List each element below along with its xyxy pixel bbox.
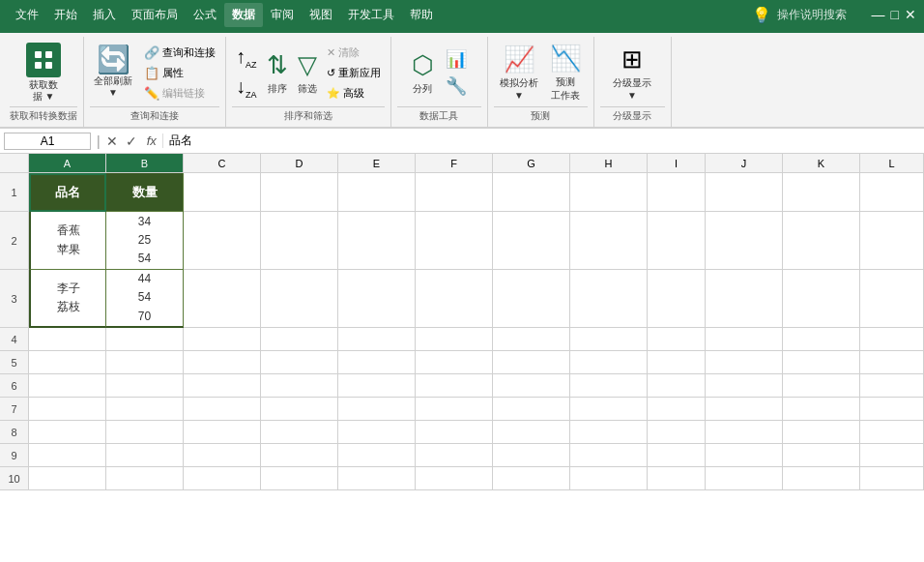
cell-I5[interactable] [648,351,706,374]
col-header-i[interactable]: I [648,154,706,173]
cell-I7[interactable] [648,398,706,421]
cell-e2[interactable] [338,212,416,270]
cell-D4[interactable] [261,328,338,351]
cell-B8[interactable] [106,421,184,444]
cell-C7[interactable] [184,398,261,421]
menu-file[interactable]: 文件 [8,3,46,27]
cell-H7[interactable] [570,398,648,421]
cell-j1[interactable] [706,173,783,212]
cell-E8[interactable] [338,421,416,444]
cell-E5[interactable] [338,351,416,374]
cell-G7[interactable] [493,398,570,421]
cell-L5[interactable] [860,351,924,374]
menu-insert[interactable]: 插入 [85,3,124,27]
cell-J8[interactable] [706,421,783,444]
cell-C10[interactable] [184,467,261,490]
row-header-7[interactable]: 7 [0,398,29,421]
col-header-b[interactable]: B [106,154,184,173]
cell-K9[interactable] [783,444,860,467]
cell-A9[interactable] [29,444,106,467]
row-header-2[interactable]: 2 [0,212,29,270]
menu-view[interactable]: 视图 [302,3,340,27]
cell-j2[interactable] [706,212,783,270]
cell-A7[interactable] [29,398,106,421]
col-header-h[interactable]: H [570,154,648,173]
cell-i3[interactable] [648,270,706,328]
cell-H9[interactable] [570,444,648,467]
cell-h2[interactable] [570,212,648,270]
cell-A10[interactable] [29,467,106,490]
cell-B9[interactable] [106,444,184,467]
cell-l1[interactable] [860,173,924,212]
row-header-10[interactable]: 10 [0,467,29,490]
cell-B7[interactable] [106,398,184,421]
cell-A4[interactable] [29,328,106,351]
cancel-formula-icon[interactable]: ✕ [102,133,122,149]
cell-K7[interactable] [783,398,860,421]
clear-button[interactable]: ✕清除 [323,44,385,62]
cell-b1[interactable]: 数量 [106,173,184,212]
minimize-icon[interactable]: — [872,7,885,22]
cell-C8[interactable] [184,421,261,444]
formula-input[interactable] [163,134,924,148]
menu-formula[interactable]: 公式 [186,3,224,27]
cell-d1[interactable] [261,173,338,212]
cell-g2[interactable] [493,212,570,270]
cell-G8[interactable] [493,421,570,444]
cell-F4[interactable] [416,328,493,351]
cell-c2[interactable] [184,212,261,270]
cell-F10[interactable] [416,467,493,490]
advanced-button[interactable]: ⭐高级 [323,84,385,103]
cell-i2[interactable] [648,212,706,270]
cell-h3[interactable] [570,270,648,328]
properties-button[interactable]: 📋属性 [140,64,219,82]
cell-G5[interactable] [493,351,570,374]
cell-a3[interactable]: 李子 荔枝 [29,270,106,328]
cell-j3[interactable] [706,270,783,328]
cell-D9[interactable] [261,444,338,467]
cell-B6[interactable] [106,374,184,398]
cell-a2[interactable]: 香蕉 苹果 [29,212,106,270]
cell-I6[interactable] [648,374,706,398]
cell-d2[interactable] [261,212,338,270]
confirm-formula-icon[interactable]: ✓ [122,133,141,149]
cell-F7[interactable] [416,398,493,421]
cell-K8[interactable] [783,421,860,444]
row-header-5[interactable]: 5 [0,351,29,374]
cell-C5[interactable] [184,351,261,374]
cell-G4[interactable] [493,328,570,351]
cell-F5[interactable] [416,351,493,374]
cell-b3[interactable]: 44 54 70 [106,270,184,328]
cell-L4[interactable] [860,328,924,351]
row-header-3[interactable]: 3 [0,270,29,328]
menu-dev[interactable]: 开发工具 [340,3,402,27]
data-tool-2[interactable]: 🔧 [442,74,471,99]
sort-asc-button[interactable]: ↑AZ [232,44,261,72]
cell-K4[interactable] [783,328,860,351]
cell-C9[interactable] [184,444,261,467]
cell-L7[interactable] [860,398,924,421]
cell-J6[interactable] [706,374,783,398]
cell-l2[interactable] [860,212,924,270]
query-connections-button[interactable]: 🔗查询和连接 [140,44,219,62]
sort-button[interactable]: ⇅ 排序 [263,46,292,100]
cell-c1[interactable] [184,173,261,212]
cell-E10[interactable] [338,467,416,490]
col-header-k[interactable]: K [783,154,860,173]
cell-A5[interactable] [29,351,106,374]
cell-G9[interactable] [493,444,570,467]
row-header-9[interactable]: 9 [0,444,29,467]
col-header-d[interactable]: D [261,154,338,173]
cell-H8[interactable] [570,421,648,444]
cell-L9[interactable] [860,444,924,467]
cell-k1[interactable] [783,173,860,212]
cell-K5[interactable] [783,351,860,374]
cell-A6[interactable] [29,374,106,398]
cell-J10[interactable] [706,467,783,490]
cell-K6[interactable] [783,374,860,398]
cell-F6[interactable] [416,374,493,398]
cell-e3[interactable] [338,270,416,328]
sort-desc-button[interactable]: ↓ZA [232,74,261,102]
data-tool-1[interactable]: 📊 [442,46,471,72]
close-icon[interactable]: ✕ [905,7,916,22]
